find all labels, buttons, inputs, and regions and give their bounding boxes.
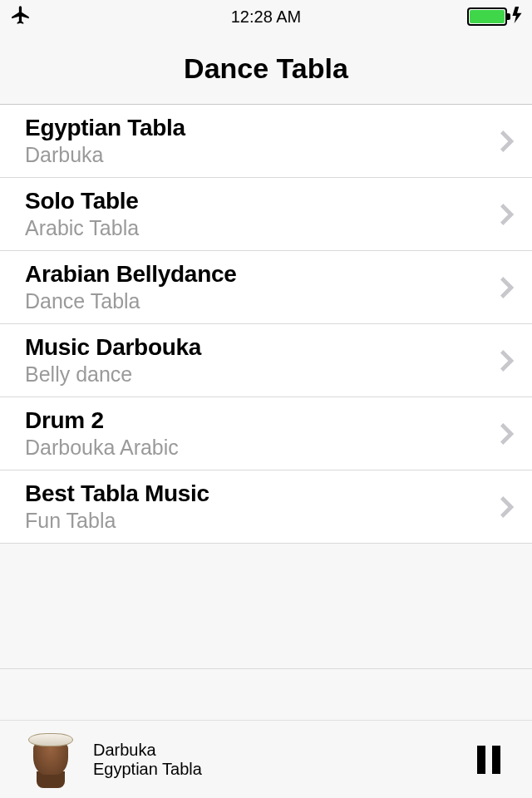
list-item-title: Best Tabla Music [25,480,500,507]
battery-icon [467,7,507,26]
chevron-right-icon [500,130,515,153]
pause-icon [492,746,500,774]
list-item-subtitle: Darbouka Arabic [25,436,500,460]
charging-icon [512,7,522,27]
chevron-right-icon [500,422,515,446]
list-item[interactable]: Arabian Bellydance Dance Tabla [0,251,532,324]
list-item-subtitle: Dance Tabla [25,289,500,313]
pause-button[interactable] [477,745,507,775]
list-item-subtitle: Fun Tabla [25,509,500,533]
status-time: 12:28 AM [231,7,302,27]
now-playing-bar[interactable]: Darbuka Egyptian Tabla [0,720,532,798]
airplane-icon [10,4,32,30]
now-playing-title: Darbuka [93,741,461,760]
list-item-subtitle: Darbuka [25,143,500,167]
status-bar: 12:28 AM [0,0,532,33]
list-item-title: Solo Table [25,188,500,214]
page-title: Dance Tabla [184,52,348,85]
chevron-right-icon [500,203,515,226]
list-item[interactable]: Egyptian Tabla Darbuka [0,105,532,178]
divider [0,668,532,669]
navigation-bar: Dance Tabla [0,33,532,105]
list-item-subtitle: Belly dance [25,362,500,387]
pause-icon [477,746,485,774]
list-item-title: Egyptian Tabla [25,115,500,141]
album-art-drum-icon [25,730,76,790]
list-item[interactable]: Best Tabla Music Fun Tabla [0,470,532,544]
list-item-subtitle: Arabic Tabla [25,216,500,240]
list-item[interactable]: Drum 2 Darbouka Arabic [0,397,532,470]
list-item[interactable]: Solo Table Arabic Tabla [0,178,532,251]
list-item-title: Music Darbouka [25,334,500,361]
track-list: Egyptian Tabla Darbuka Solo Table Arabic… [0,105,532,544]
list-item-title: Arabian Bellydance [25,261,500,288]
chevron-right-icon [500,276,515,299]
list-item-title: Drum 2 [25,407,500,434]
chevron-right-icon [500,349,515,372]
chevron-right-icon [500,495,515,519]
list-item[interactable]: Music Darbouka Belly dance [0,324,532,397]
now-playing-subtitle: Egyptian Tabla [93,760,461,779]
